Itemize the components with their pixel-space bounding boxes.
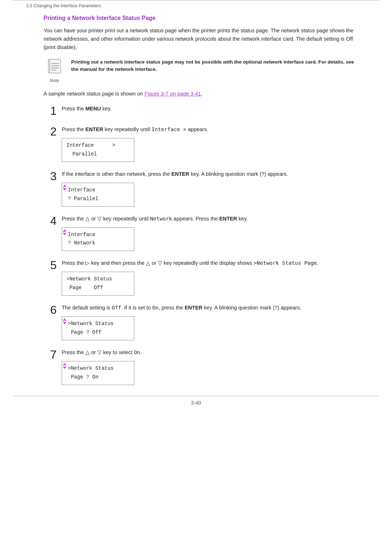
sample-ref: A sample network status page is shown on… — [44, 90, 356, 98]
step-1: 1 Press the MENU key. — [44, 105, 356, 117]
figure-link[interactable]: Figure 3-7 on page 3-41 — [144, 91, 201, 97]
steps-container: 1 Press the MENU key. 2 Press the ENTER … — [44, 105, 356, 385]
step-4: 4 Press the △ or ▽ key repeatedly until … — [44, 215, 356, 251]
step-4-display: Interface ? Network — [62, 227, 134, 251]
step-4-text: Press the △ or ▽ key repeatedly until Ne… — [62, 215, 356, 223]
step-7-display: >Network Status Page ? On — [62, 361, 134, 385]
step-2-content: Press the ENTER key repeatedly until Int… — [62, 125, 356, 162]
step-number-5: 5 — [44, 259, 57, 272]
step-6-text: The default setting is Off. If it is set… — [62, 304, 356, 312]
step-1-text: Press the MENU key. — [62, 105, 356, 113]
step-3-content: If the interface is other than network, … — [62, 170, 356, 207]
step-5-display: >Network Status Page Off — [62, 272, 134, 296]
note-box: Note Printing out a network interface st… — [44, 58, 356, 83]
step-5: 5 Press the ▷ key and then press the △ o… — [44, 259, 356, 296]
step-1-content: Press the MENU key. — [62, 105, 356, 117]
page-number: 3-40 — [0, 400, 392, 406]
step-number-3: 3 — [44, 170, 57, 183]
step-3-text: If the interface is other than network, … — [62, 170, 356, 178]
step-7-content: Press the △ or ▽ key to select On. >Netw… — [62, 348, 356, 385]
step-number-7: 7 — [44, 348, 57, 361]
step-2-text: Press the ENTER key repeatedly until Int… — [62, 125, 356, 134]
note-icon — [46, 58, 63, 77]
step-5-text: Press the ▷ key and then press the △ or … — [62, 259, 356, 267]
step-6-content: The default setting is Off. If it is set… — [62, 304, 356, 340]
step-7: 7 Press the △ or ▽ key to select On. >Ne… — [44, 348, 356, 385]
note-icon-container: Note — [44, 58, 65, 83]
step-2-display: Interface > Parallel — [62, 138, 134, 162]
step-3: 3 If the interface is other than network… — [44, 170, 356, 207]
step-6: 6 The default setting is Off. If it is s… — [44, 304, 356, 340]
bottom-rule — [13, 396, 379, 396]
step-2: 2 Press the ENTER key repeatedly until I… — [44, 125, 356, 162]
step-number-1: 1 — [44, 105, 57, 117]
step-7-text: Press the △ or ▽ key to select On. — [62, 348, 356, 357]
note-label: Note — [50, 78, 59, 83]
step-number-4: 4 — [44, 215, 57, 227]
step-4-content: Press the △ or ▽ key repeatedly until Ne… — [62, 215, 356, 251]
svg-rect-1 — [50, 59, 61, 73]
intro-paragraph: You can have your printer print out a ne… — [44, 27, 356, 52]
step-5-content: Press the ▷ key and then press the △ or … — [62, 259, 356, 296]
note-text: Printing out a network interface status … — [71, 58, 356, 74]
step-number-6: 6 — [44, 304, 57, 316]
step-number-2: 2 — [44, 125, 57, 138]
step-3-display: Interface ? Parallel — [62, 183, 134, 207]
step-6-display: >Network Status Page ? Off — [62, 316, 134, 340]
section-title: Printing a Network Interface Status Page — [44, 15, 356, 21]
section-header: 3.5 Changing the Interface Parameters — [26, 3, 366, 15]
